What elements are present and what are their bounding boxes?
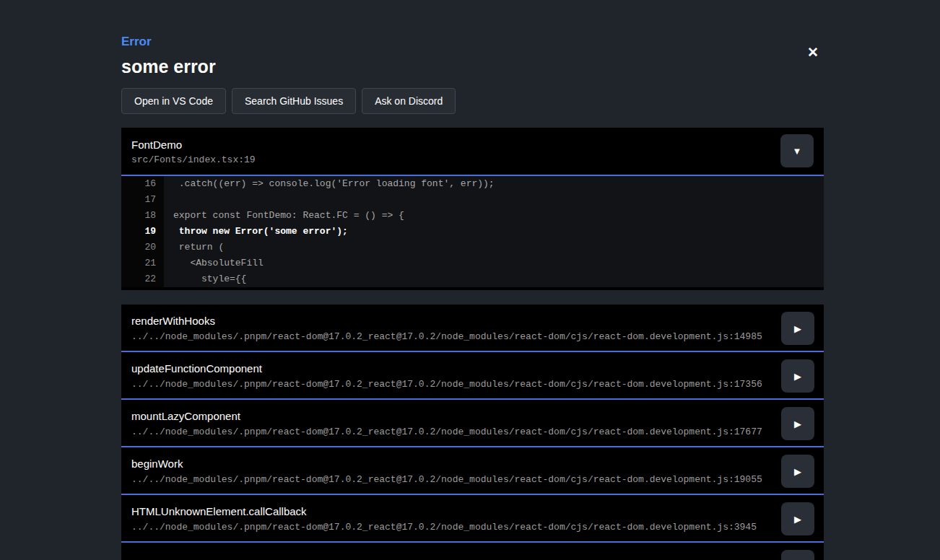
expand-stack-frame-button[interactable]: ▶ bbox=[781, 359, 814, 393]
code-line: 19 throw new Error('some error'); bbox=[121, 224, 824, 240]
line-number: 22 bbox=[121, 271, 164, 287]
code-frame-function-name: FontDemo bbox=[131, 139, 814, 152]
stack-frame-source: ../../node_modules/.pnpm/react-dom@17.0.… bbox=[131, 474, 814, 486]
expand-stack-frame-button[interactable]: ▶ bbox=[781, 550, 814, 560]
stack-frame-source: ../../node_modules/.pnpm/react-dom@17.0.… bbox=[131, 379, 814, 390]
stack-frame-row: beginWork ../../node_modules/.pnpm/react… bbox=[121, 447, 824, 495]
expand-stack-frame-button[interactable]: ▶ bbox=[781, 407, 814, 440]
code-line: 20 return ( bbox=[121, 240, 824, 255]
action-button[interactable]: Open in VS Code bbox=[121, 88, 226, 114]
stack-frame-function: updateFunctionComponent bbox=[131, 362, 814, 375]
close-icon[interactable]: ✕ bbox=[804, 43, 822, 62]
code-line: 18 export const FontDemo: React.FC = () … bbox=[121, 208, 824, 224]
expand-stack-frame-button[interactable]: ▶ bbox=[781, 455, 814, 488]
play-icon: ▶ bbox=[794, 419, 801, 429]
line-code bbox=[164, 192, 824, 208]
code-listing: 16 .catch((err) => console.log('Error lo… bbox=[121, 176, 824, 290]
error-kicker: Error bbox=[121, 35, 824, 48]
play-icon: ▶ bbox=[794, 323, 801, 334]
line-code: export const FontDemo: React.FC = () => … bbox=[164, 208, 824, 224]
line-number: 19 bbox=[121, 224, 164, 240]
stack-frame-function: mountLazyComponent bbox=[131, 409, 814, 423]
action-buttons: Open in VS Code Search GitHub Issues Ask… bbox=[121, 88, 824, 114]
line-code: return ( bbox=[164, 240, 824, 255]
line-code: style={{ bbox=[164, 271, 824, 287]
stack-frame-row: HTMLUnknownElement.callCallback ../../no… bbox=[121, 495, 824, 543]
line-number: 18 bbox=[121, 208, 164, 224]
collapse-frame-button[interactable]: ▼ bbox=[780, 134, 814, 167]
code-line: 16 .catch((err) => console.log('Error lo… bbox=[121, 176, 824, 192]
stack-frame-row: ▶ bbox=[121, 543, 824, 560]
code-line: 21 <AbsoluteFill bbox=[121, 255, 824, 271]
play-icon: ▶ bbox=[794, 466, 801, 477]
stack-frame-row: renderWithHooks ../../node_modules/.pnpm… bbox=[121, 305, 824, 352]
stack-frame-function: HTMLUnknownElement.callCallback bbox=[131, 504, 814, 518]
code-line: 22 style={{ bbox=[121, 271, 824, 287]
line-number: 17 bbox=[121, 192, 164, 208]
stack-frame-row: updateFunctionComponent ../../node_modul… bbox=[121, 352, 824, 400]
stack-frame-function: beginWork bbox=[131, 457, 814, 471]
action-button[interactable]: Search GitHub Issues bbox=[232, 88, 356, 114]
stack-trace-list: renderWithHooks ../../node_modules/.pnpm… bbox=[121, 305, 824, 560]
stack-frame-source: ../../node_modules/.pnpm/react-dom@17.0.… bbox=[131, 522, 814, 533]
play-icon: ▶ bbox=[794, 371, 801, 382]
line-number: 21 bbox=[121, 255, 164, 271]
line-code: <AbsoluteFill bbox=[164, 255, 824, 271]
action-button[interactable]: Ask on Discord bbox=[362, 88, 456, 114]
expand-stack-frame-button[interactable]: ▶ bbox=[781, 502, 814, 535]
stack-frame-row: mountLazyComponent ../../node_modules/.p… bbox=[121, 400, 824, 447]
line-number: 20 bbox=[121, 240, 164, 255]
stack-frame-source: ../../node_modules/.pnpm/react-dom@17.0.… bbox=[131, 331, 814, 343]
code-line: 17 bbox=[121, 192, 824, 208]
stack-frame-function: renderWithHooks bbox=[131, 314, 814, 328]
error-overlay: ✕ Error some error Open in VS Code Searc… bbox=[121, 0, 824, 560]
code-frame: FontDemo src/Fonts/index.tsx:19 ▼ 16 .ca… bbox=[121, 128, 824, 290]
play-icon: ▶ bbox=[794, 514, 801, 525]
chevron-down-icon: ▼ bbox=[793, 146, 802, 157]
line-number: 16 bbox=[121, 176, 164, 192]
line-code: .catch((err) => console.log('Error loadi… bbox=[164, 176, 824, 192]
code-frame-location: src/Fonts/index.tsx:19 bbox=[131, 154, 814, 166]
error-title: some error bbox=[121, 58, 824, 76]
stack-frame-source: ../../node_modules/.pnpm/react-dom@17.0.… bbox=[131, 426, 814, 438]
expand-stack-frame-button[interactable]: ▶ bbox=[781, 312, 814, 345]
line-code: throw new Error('some error'); bbox=[164, 224, 824, 240]
code-frame-header: FontDemo src/Fonts/index.tsx:19 ▼ bbox=[121, 128, 824, 176]
